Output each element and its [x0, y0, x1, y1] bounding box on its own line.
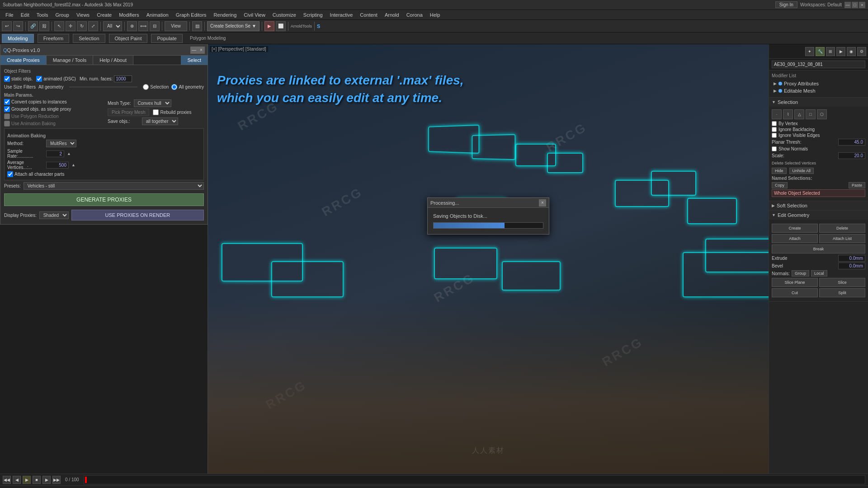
sample-rate-arrow-up[interactable]: ▲	[67, 151, 71, 156]
scale-input[interactable]	[838, 152, 865, 159]
mesh-type-select[interactable]: Convex hull	[134, 99, 171, 107]
method-select[interactable]: MultRes	[46, 140, 76, 147]
object-id-input[interactable]	[772, 61, 865, 68]
menu-scripting[interactable]: Scripting	[300, 11, 326, 19]
dlg-tab-manage-tools[interactable]: Manage / Tools	[47, 56, 93, 65]
tab-populate[interactable]: Populate	[151, 34, 182, 43]
paste-sel-btn[interactable]: Paste	[849, 182, 865, 188]
menu-corona[interactable]: Corona	[403, 11, 426, 19]
dlg-tab-help[interactable]: Help / About	[93, 56, 133, 65]
processing-close-btn[interactable]: ×	[539, 199, 546, 206]
extrude-input[interactable]	[838, 255, 865, 262]
view-dropdown-btn[interactable]: View	[165, 21, 187, 31]
menu-graph-editors[interactable]: Graph Editors	[172, 11, 210, 19]
show-normals-checkbox[interactable]	[772, 146, 777, 151]
convert-copies-input[interactable]	[4, 99, 10, 105]
rp-motion-icon[interactable]: ▶	[836, 47, 845, 56]
slice-btn[interactable]: Slice	[819, 278, 865, 287]
menu-views[interactable]: Views	[73, 11, 93, 19]
avg-vertices-input[interactable]	[46, 162, 69, 169]
close-btn[interactable]: ×	[859, 2, 865, 8]
tab-freeform[interactable]: Freeform	[38, 34, 70, 43]
use-animation-input[interactable]	[4, 121, 10, 127]
planar-thresh-input[interactable]	[838, 139, 865, 145]
snap-btn[interactable]: ⊕	[127, 21, 137, 31]
use-polygon-input[interactable]	[4, 113, 10, 119]
dlg-tab-create-proxies[interactable]: Create Proxies	[0, 56, 47, 65]
modifier-proxy-attr[interactable]: ▶ Proxy Attributes	[772, 80, 865, 87]
generate-proxies-btn[interactable]: GENERATE PROXIES	[4, 193, 204, 206]
group-btn[interactable]: Group	[792, 270, 809, 277]
prev-key-btn[interactable]: ◀	[13, 476, 21, 484]
all-geo-filter[interactable]: All geometry	[171, 84, 204, 90]
menu-interactive[interactable]: Interactive	[326, 11, 357, 19]
menu-animation[interactable]: Animation	[143, 11, 172, 19]
prev-frame-btn[interactable]: ◀◀	[3, 476, 11, 484]
selection-section-header[interactable]: ▼ Selection	[769, 98, 868, 107]
rp-create-icon[interactable]: ✦	[805, 47, 814, 56]
dialog-titlebar[interactable]: Q Q-Proxies v1.0 — ×	[0, 45, 208, 56]
timeline-ruler-mini[interactable]	[84, 475, 865, 484]
menu-create[interactable]: Create	[93, 11, 115, 19]
filter-animated-checkbox[interactable]	[36, 76, 42, 82]
create-btn[interactable]: Create	[772, 224, 818, 233]
menu-rendering[interactable]: Rendering	[210, 11, 241, 19]
render-btn[interactable]: ▶	[264, 21, 274, 31]
slice-plane-btn[interactable]: Slice Plane	[772, 278, 818, 287]
bevel-input[interactable]	[838, 263, 865, 269]
selection-radio[interactable]	[143, 84, 149, 90]
link-btn[interactable]: 🔗	[28, 21, 38, 31]
filter-static-checkbox[interactable]	[4, 76, 10, 82]
use-polygon-checkbox[interactable]: Use Polygon Reduction	[4, 113, 100, 119]
dlg-tab-select[interactable]: Select	[181, 56, 208, 65]
edge-sel-btn[interactable]: ⌇	[783, 109, 793, 119]
attach-char-parts-checkbox[interactable]: Attach all character parts	[7, 171, 201, 177]
dialog-close-btn[interactable]: ×	[198, 47, 205, 54]
menu-arnold[interactable]: Arnold	[381, 11, 403, 19]
edit-geometry-header[interactable]: ▼ Edit Geometry	[769, 211, 868, 220]
unhide-all-btn[interactable]: Unhide All	[789, 168, 814, 174]
split-btn[interactable]: Split	[819, 288, 865, 297]
group-single-checkbox[interactable]: Grouped objs. as single proxy	[4, 106, 100, 112]
menu-file[interactable]: File	[2, 11, 17, 19]
avg-vertices-arrow-up[interactable]: ▲	[71, 163, 75, 167]
rp-hierarchy-icon[interactable]: ⊞	[826, 47, 835, 56]
menu-group[interactable]: Group	[52, 11, 73, 19]
presets-select[interactable]: Vehicles - still	[24, 182, 204, 190]
delete-selected-btn[interactable]: Delete Selected Vertices	[772, 160, 865, 166]
layer-btn[interactable]: ▤	[192, 21, 202, 31]
next-key-btn[interactable]: ▶	[42, 476, 51, 484]
menu-help[interactable]: Help	[426, 11, 444, 19]
rebuild-proxies-checkbox[interactable]: Rebuild proxies	[153, 109, 191, 115]
by-vertex-checkbox[interactable]	[772, 121, 777, 126]
stop-btn[interactable]: ■	[33, 476, 41, 484]
ignore-visible-checkbox[interactable]	[772, 133, 777, 138]
tab-modeling[interactable]: Modeling	[2, 34, 34, 43]
selection-filter[interactable]: Selection	[143, 84, 169, 90]
display-select[interactable]: Shaded	[39, 211, 69, 219]
maximize-btn[interactable]: □	[852, 2, 858, 8]
rotate-btn[interactable]: ↻	[77, 21, 87, 31]
track-ruler[interactable]: 0 5 10 15 20 25 30 35 40 45 50 55 60	[0, 486, 868, 488]
face-sel-btn[interactable]: △	[794, 109, 804, 119]
vertex-sel-btn[interactable]: ·	[772, 109, 782, 119]
play-btn[interactable]: ▶	[23, 476, 31, 484]
pick-proxy-mesh-btn[interactable]: Pick Proxy Mesh	[108, 108, 149, 116]
sample-rate-input[interactable]	[46, 150, 64, 157]
sign-in-btn[interactable]: Sign In	[775, 1, 797, 8]
rp-modify-icon[interactable]: 🔧	[816, 47, 825, 56]
local-btn[interactable]: Local	[811, 270, 827, 277]
attach-list-btn[interactable]: Attach List	[819, 234, 865, 243]
unlink-btn[interactable]: ⛓	[39, 21, 49, 31]
save-objs-select[interactable]: all together	[142, 117, 178, 125]
viewport[interactable]: [+] [Perspective] [Standard] RRCG RRCG R…	[208, 44, 769, 474]
attach-char-parts-input[interactable]	[7, 171, 13, 177]
copy-sel-btn[interactable]: Copy	[772, 182, 788, 188]
align-btn[interactable]: ⊟	[150, 21, 160, 31]
render-region-btn[interactable]: ⬜	[276, 21, 286, 31]
next-frame-btn[interactable]: ▶▶	[52, 476, 61, 484]
tab-selection[interactable]: Selection	[73, 34, 105, 43]
dialog-minimize-btn[interactable]: —	[190, 47, 198, 54]
rp-utilities-icon[interactable]: ⚙	[857, 47, 866, 56]
menu-edit[interactable]: Edit	[17, 11, 33, 19]
